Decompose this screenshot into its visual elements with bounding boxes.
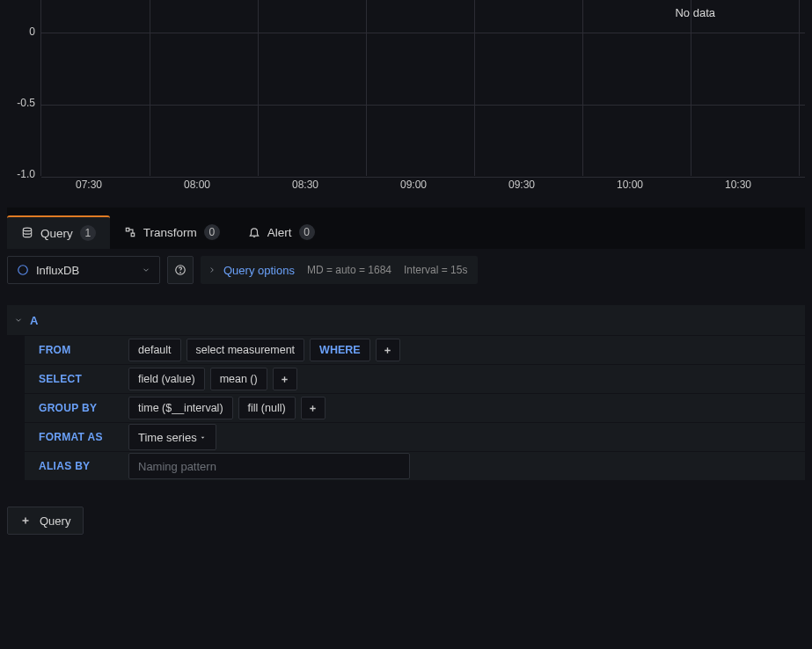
from-row: FROM default select measurement WHERE <box>25 336 805 364</box>
y-axis-label: 0 <box>0 26 35 38</box>
groupby-row: GROUP BY time ($__interval) fill (null) <box>25 394 805 422</box>
tab-transform-label: Transform <box>143 226 197 239</box>
x-axis-label: 09:30 <box>508 179 535 191</box>
groupby-add-button[interactable] <box>301 397 326 419</box>
y-axis-label: -0.5 <box>0 97 35 109</box>
svg-point-3 <box>180 273 181 273</box>
datasource-row: InfluxDB Query options MD = auto = 1684 … <box>0 249 812 291</box>
query-a-letter: A <box>30 314 38 327</box>
chart-panel: No data 0 -0.5 -1.0 07:30 08:00 08:30 09… <box>0 0 812 208</box>
x-axis-label: 09:00 <box>400 179 427 191</box>
tabs-row: Query 1 Transform 0 Alert 0 <box>7 208 805 249</box>
select-add-button[interactable] <box>273 368 297 390</box>
datasource-help-button[interactable] <box>167 256 194 284</box>
query-editor: FROM default select measurement WHERE SE… <box>7 336 805 480</box>
format-keyword: FORMAT AS <box>25 431 123 443</box>
format-row: FORMAT AS Time series <box>25 423 805 451</box>
where-keyword-segment[interactable]: WHERE <box>310 339 370 361</box>
select-row: SELECT field (value) mean () <box>25 365 805 393</box>
add-query-label: Query <box>40 514 70 528</box>
x-axis-label: 10:30 <box>725 179 751 191</box>
select-keyword: SELECT <box>25 373 123 385</box>
caret-down-icon <box>199 434 207 441</box>
svg-point-1 <box>18 266 28 275</box>
alias-row: ALIAS BY <box>25 452 805 480</box>
tab-alert[interactable]: Alert 0 <box>234 215 329 249</box>
x-axis-label: 07:30 <box>76 179 102 191</box>
bell-icon <box>248 226 260 238</box>
tab-query-count: 1 <box>80 225 96 241</box>
tab-alert-label: Alert <box>267 226 292 239</box>
from-retention-segment[interactable]: default <box>128 339 181 361</box>
query-options-button[interactable]: Query options MD = auto = 1684 Interval … <box>201 256 478 284</box>
format-select-value: Time series <box>138 431 197 444</box>
select-mean-segment[interactable]: mean () <box>210 368 267 390</box>
x-axis-label: 08:30 <box>292 179 318 191</box>
groupby-fill-segment[interactable]: fill (null) <box>238 397 296 419</box>
tab-query-label: Query <box>40 227 73 240</box>
tab-transform[interactable]: Transform 0 <box>110 215 234 249</box>
from-measurement-segment[interactable]: select measurement <box>187 339 305 361</box>
groupby-keyword: GROUP BY <box>25 402 123 414</box>
query-a-header[interactable]: A <box>7 305 805 335</box>
influxdb-icon <box>17 264 29 276</box>
tab-transform-count: 0 <box>204 224 220 240</box>
select-field-segment[interactable]: field (value) <box>128 368 205 390</box>
chevron-right-icon <box>208 266 216 274</box>
tab-query[interactable]: Query 1 <box>7 215 110 249</box>
format-select[interactable]: Time series <box>128 424 216 450</box>
question-icon <box>174 264 187 276</box>
groupby-time-segment[interactable]: time ($__interval) <box>128 397 233 419</box>
from-keyword: FROM <box>25 344 123 356</box>
chart-grid <box>40 0 805 176</box>
x-axis-label: 10:00 <box>617 179 643 191</box>
add-query-button[interactable]: Query <box>7 507 84 535</box>
transform-icon <box>124 226 136 238</box>
tab-alert-count: 0 <box>299 224 315 240</box>
datasource-name: InfluxDB <box>36 264 79 277</box>
query-a-block: A FROM default select measurement WHERE … <box>7 305 805 480</box>
x-axis-label: 08:00 <box>184 179 210 191</box>
plus-icon <box>20 515 31 526</box>
datasource-select[interactable]: InfluxDB <box>7 256 160 284</box>
alias-keyword: ALIAS BY <box>25 460 123 472</box>
chevron-down-icon <box>142 266 150 274</box>
no-data-label: No data <box>675 6 715 19</box>
alias-input[interactable] <box>128 453 410 479</box>
database-icon <box>21 227 33 239</box>
svg-point-0 <box>23 228 31 231</box>
query-options-label: Query options <box>223 264 295 277</box>
chevron-down-icon <box>14 316 23 324</box>
query-options-interval: Interval = 15s <box>404 264 467 276</box>
y-axis-label: -1.0 <box>0 168 35 180</box>
query-options-md: MD = auto = 1684 <box>307 264 391 276</box>
where-add-button[interactable] <box>376 339 400 361</box>
